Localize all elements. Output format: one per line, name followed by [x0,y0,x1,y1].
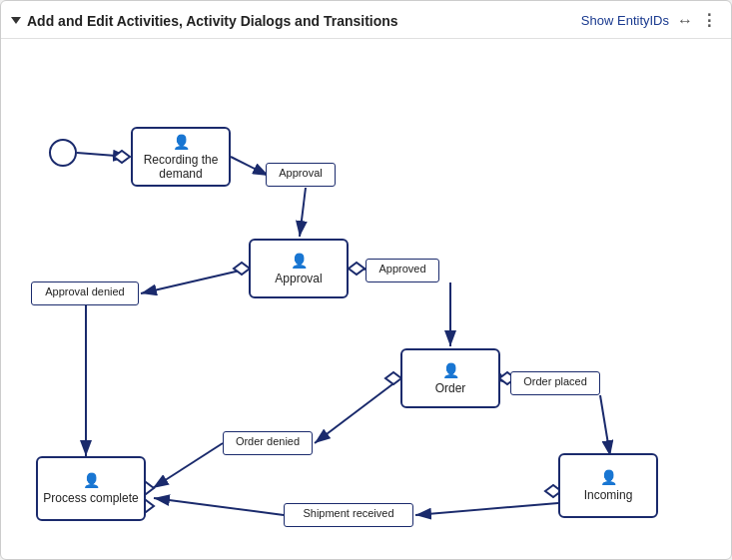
panel-title: Add and Edit Activities, Activity Dialog… [11,13,398,29]
panel-header: Add and Edit Activities, Activity Dialog… [1,1,731,39]
user-icon-incoming: 👤 [600,469,617,485]
svg-line-14 [154,498,284,515]
user-icon-recording: 👤 [173,134,190,150]
transition-approved-label: Approved [378,263,425,275]
main-panel: Add and Edit Activities, Activity Dialog… [0,0,732,560]
transition-order-denied[interactable]: Order denied [223,431,313,455]
transition-approval-denied-label: Approval denied [45,285,125,297]
expand-icon[interactable]: ↔ [677,12,693,30]
activity-recording[interactable]: 👤 Recording thedemand [131,127,231,187]
show-entity-ids-button[interactable]: Show EntityIDs [581,13,669,28]
panel-actions: Show EntityIDs ↔ ⋮ [581,11,717,30]
activity-approval[interactable]: 👤 Approval [249,239,349,298]
transition-shipment-received-label: Shipment received [303,507,393,519]
activity-order[interactable]: 👤 Order [400,348,500,408]
user-icon-process-complete: 👤 [83,472,100,488]
activity-process-complete-label: Process complete [43,491,138,505]
svg-marker-18 [385,372,401,384]
activity-incoming[interactable]: 👤 Incoming [558,453,658,518]
svg-marker-15 [114,151,130,163]
start-node [49,139,77,167]
activity-process-complete[interactable]: 👤 Process complete [36,456,146,521]
transition-approval-denied[interactable]: Approval denied [31,281,139,305]
svg-marker-17 [349,263,365,275]
transition-approval[interactable]: Approval [266,163,336,187]
svg-line-11 [315,378,400,443]
transition-order-placed-label: Order placed [523,375,587,387]
user-icon-approval: 👤 [291,253,308,269]
svg-line-5 [141,269,249,293]
panel-title-text: Add and Edit Activities, Activity Dialog… [27,13,398,29]
svg-line-4 [300,188,306,237]
transition-shipment-received[interactable]: Shipment received [284,503,413,527]
transition-approved[interactable]: Approved [366,259,439,282]
transition-approval-label: Approval [279,167,322,179]
diagram-area: 👤 Recording thedemand 👤 Approval 👤 Order… [1,39,731,558]
activity-recording-label: Recording thedemand [144,153,219,181]
svg-line-12 [153,443,223,488]
user-icon-order: 👤 [442,362,459,378]
svg-line-3 [231,157,269,176]
svg-line-13 [415,503,558,515]
svg-line-9 [500,378,508,383]
more-options-icon[interactable]: ⋮ [701,11,717,30]
activity-incoming-label: Incoming [584,488,633,502]
activity-approval-label: Approval [275,272,322,285]
transition-order-denied-label: Order denied [236,435,300,447]
transition-order-placed[interactable]: Order placed [510,371,600,395]
svg-line-2 [77,153,129,157]
svg-line-10 [600,395,610,456]
svg-marker-16 [234,263,250,275]
collapse-icon[interactable] [11,17,21,24]
activity-order-label: Order [435,381,466,395]
